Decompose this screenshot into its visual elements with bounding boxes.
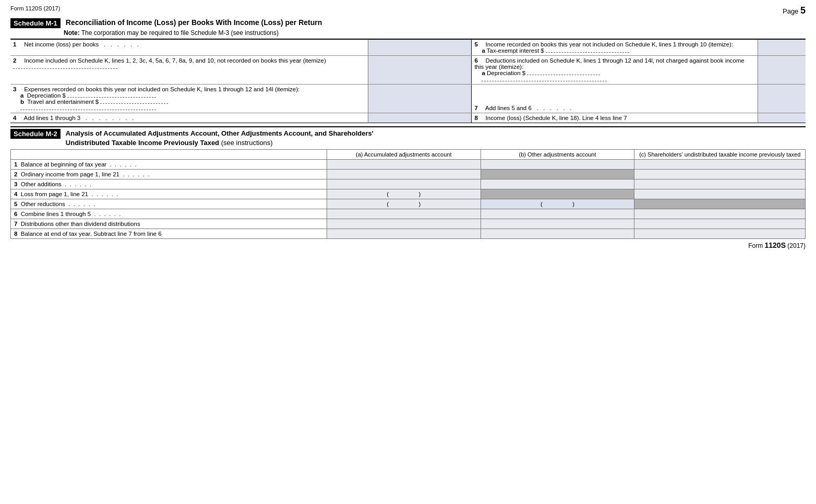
- m2-row-5-val-b[interactable]: ( ): [481, 199, 634, 209]
- m1-line3-value[interactable]: [368, 85, 472, 113]
- m2-row-5: 5 Other reductions . . . . . .( )( ): [11, 199, 806, 209]
- m2-row-8-val-c[interactable]: [634, 229, 806, 239]
- m2-col-b-header: (b) Other adjustments account: [481, 150, 634, 160]
- m1-line2-value[interactable]: [368, 56, 472, 85]
- m2-row-4: 4 Loss from page 1, line 21 . . . . . .(…: [11, 189, 806, 199]
- m2-row-7-val-b[interactable]: [481, 219, 634, 229]
- m2-desc-header: [11, 150, 327, 160]
- m1-line4-value[interactable]: [368, 113, 472, 123]
- page-number: Page 5: [783, 5, 806, 16]
- schedule-m1-note: Note: The corporation may be required to…: [10, 29, 806, 37]
- m2-col-header-row: (a) Accumulated adjustments account (b) …: [11, 150, 806, 160]
- m2-row-5-val-c[interactable]: [634, 199, 806, 209]
- m1-line8-value[interactable]: [758, 113, 806, 123]
- m1-line1-desc: 1 Net income (loss) per books . . . . . …: [10, 39, 368, 56]
- schedule-m2-title-block: Analysis of Accumulated Adjustments Acco…: [66, 129, 374, 148]
- m1-row-4-8: 4 Add lines 1 through 3 . . . . . . . . …: [10, 113, 806, 123]
- schedule-m1-badge: Schedule M-1: [10, 18, 61, 28]
- m1-row-1-5: 1 Net income (loss) per books . . . . . …: [10, 39, 806, 56]
- m2-row-6-val-c[interactable]: [634, 209, 806, 219]
- m2-row-3: 3 Other additions . . . . . .: [11, 179, 806, 189]
- m2-row-6-desc: 6 Combine lines 1 through 5 . . . . . .: [11, 209, 327, 219]
- form-title: Form 1120S (2017): [10, 5, 60, 11]
- m2-row-6-val-b[interactable]: [481, 209, 634, 219]
- m2-row-6-val-a[interactable]: [327, 209, 481, 219]
- m2-row-8-val-a[interactable]: [327, 229, 481, 239]
- schedule-m1-title: Reconciliation of Income (Loss) per Book…: [66, 18, 322, 27]
- m2-row-1-val-a[interactable]: [327, 160, 481, 170]
- m2-col-c-header: (c) Shareholders' undistributed taxable …: [634, 150, 806, 160]
- m2-row-2-val-b[interactable]: [481, 170, 634, 179]
- m2-row-5-desc: 5 Other reductions . . . . . .: [11, 199, 327, 209]
- m2-row-4-val-b[interactable]: [481, 189, 634, 199]
- m1-row-2: 2 Income included on Schedule K, lines 1…: [10, 56, 806, 85]
- m2-row-3-val-a[interactable]: [327, 179, 481, 189]
- m2-row-6: 6 Combine lines 1 through 5 . . . . . .: [11, 209, 806, 219]
- m2-row-8-val-b[interactable]: [481, 229, 634, 239]
- m1-line8-desc: 8 Income (loss) (Schedule K, line 18). L…: [472, 113, 758, 123]
- m1-line1-value[interactable]: [368, 39, 472, 56]
- schedule-m1-header: Schedule M-1 Reconciliation of Income (L…: [10, 18, 806, 28]
- form-footer: Form 1120S (2017): [10, 241, 806, 249]
- m2-row-2-desc: 2 Ordinary income from page 1, line 21 .…: [11, 170, 327, 179]
- m2-row-1-val-c[interactable]: [634, 160, 806, 170]
- m1-line6-desc: 6 Deductions included on Schedule K, lin…: [472, 56, 758, 85]
- m2-row-8: 8 Balance at end of tax year. Subtract l…: [11, 229, 806, 239]
- m2-row-4-val-a[interactable]: ( ): [327, 189, 481, 199]
- form-header: Form 1120S (2017) Page 5: [10, 5, 806, 16]
- m2-row-7-val-c[interactable]: [634, 219, 806, 229]
- m1-line2-desc: 2 Income included on Schedule K, lines 1…: [10, 56, 368, 85]
- m1-line6-value[interactable]: [758, 56, 806, 85]
- schedule-m2-table: (a) Accumulated adjustments account (b) …: [10, 149, 806, 239]
- m2-row-7: 7 Distributions other than dividend dist…: [11, 219, 806, 229]
- m2-row-4-desc: 4 Loss from page 1, line 21 . . . . . .: [11, 189, 327, 199]
- m1-line5-desc: 5 Income recorded on books this year not…: [472, 39, 758, 56]
- m2-row-3-val-c[interactable]: [634, 179, 806, 189]
- m1-line4-desc: 4 Add lines 1 through 3 . . . . . . . .: [10, 113, 368, 123]
- schedule-m1-table: 1 Net income (loss) per books . . . . . …: [10, 39, 806, 123]
- m1-line7-desc: 7 Add lines 5 and 6 . . . . . .: [472, 85, 758, 113]
- m2-row-2-val-a[interactable]: [327, 170, 481, 179]
- page-container: Form 1120S (2017) Page 5 Schedule M-1 Re…: [10, 5, 806, 249]
- m1-line7-value[interactable]: [758, 85, 806, 113]
- m2-row-8-desc: 8 Balance at end of tax year. Subtract l…: [11, 229, 327, 239]
- m2-row-1-desc: 1 Balance at beginning of tax year . . .…: [11, 160, 327, 170]
- m2-row-2-val-c[interactable]: [634, 170, 806, 179]
- m2-row-4-val-c[interactable]: [634, 189, 806, 199]
- m2-row-5-val-a[interactable]: ( ): [327, 199, 481, 209]
- m2-row-7-val-a[interactable]: [327, 219, 481, 229]
- m2-row-1: 1 Balance at beginning of tax year . . .…: [11, 160, 806, 170]
- schedule-m2-badge: Schedule M-2: [10, 129, 61, 139]
- m2-row-7-desc: 7 Distributions other than dividend dist…: [11, 219, 327, 229]
- m2-row-2: 2 Ordinary income from page 1, line 21 .…: [11, 170, 806, 179]
- m1-line5-value[interactable]: [758, 39, 806, 56]
- m1-row-3-7: 3 Expenses recorded on books this year n…: [10, 85, 806, 113]
- m1-line3-desc: 3 Expenses recorded on books this year n…: [10, 85, 368, 113]
- schedule-m2-header: Schedule M-2 Analysis of Accumulated Adj…: [10, 126, 806, 149]
- m2-row-1-val-b[interactable]: [481, 160, 634, 170]
- m2-col-a-header: (a) Accumulated adjustments account: [327, 150, 481, 160]
- m2-row-3-desc: 3 Other additions . . . . . .: [11, 179, 327, 189]
- m2-row-3-val-b[interactable]: [481, 179, 634, 189]
